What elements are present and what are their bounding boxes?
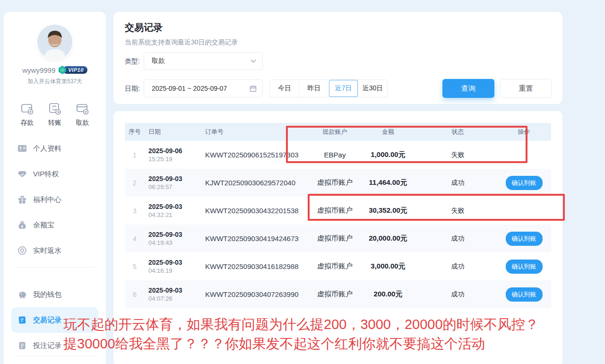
sidebar-item-rebate[interactable]: 实时返水 — [4, 238, 106, 263]
cell-date: 2025-09-0615:25:19 — [145, 147, 201, 163]
cell-status: 成功 — [419, 179, 497, 187]
range-7days-button[interactable]: 近7日 — [328, 80, 358, 97]
cell-withdraw-account: 虚拟币账户 — [312, 234, 357, 243]
sidebar-item-my-wallet[interactable]: 我的钱包 — [4, 282, 106, 307]
column-header: 提款账户 — [312, 128, 357, 136]
range-today-button[interactable]: 今日 — [270, 80, 299, 97]
cell-action: 确认到账 — [497, 232, 551, 246]
cell-date: 2025-09-0304:07:26 — [145, 286, 201, 302]
diamond-icon — [17, 169, 27, 179]
type-filter-label: 类型: — [125, 52, 140, 70]
type-select[interactable]: 取款 — [144, 52, 263, 70]
avatar[interactable] — [37, 25, 72, 60]
date-value: 2025-09-06 — [148, 147, 201, 155]
cell-withdraw-account: 虚拟币账户 — [312, 178, 357, 187]
confirm-received-button[interactable]: 确认到账 — [506, 232, 543, 246]
withdraw-icon — [76, 102, 90, 116]
withdraw-button[interactable]: 取款 — [76, 102, 90, 127]
moneybag-icon — [17, 220, 27, 230]
sidebar-item-profile[interactable]: 个人资料 — [4, 136, 106, 161]
sidebar-nav-main: 个人资料 VIP特权 福利中心 余额宝 — [4, 136, 106, 263]
cell-date: 2025-09-0304:19:43 — [145, 231, 201, 246]
deposit-button[interactable]: 存款 — [20, 102, 35, 127]
confirm-received-button[interactable]: 确认到账 — [506, 260, 543, 274]
confirm-received-button[interactable]: 确认到账 — [506, 287, 543, 302]
transfer-button[interactable]: 转账 — [48, 102, 62, 127]
cell-amount: 30,352.00元 — [357, 206, 419, 215]
table-row: 32025-09-0304:32:21KWWT20250903043220153… — [125, 197, 551, 225]
query-button[interactable]: 查询 — [442, 79, 494, 98]
cell-row-number: 4 — [125, 235, 145, 243]
date-value: 2025-09-03 — [148, 231, 201, 238]
type-select-value: 取款 — [152, 57, 250, 65]
sidebar-divider — [15, 267, 95, 268]
cell-action: 确认到账 — [497, 176, 551, 190]
wallet-icon — [17, 290, 27, 299]
quick-action-label: 取款 — [76, 119, 89, 127]
cell-amount: 1,000.00元 — [357, 150, 419, 159]
sidebar-item-label: VIP特权 — [33, 170, 59, 179]
cell-amount: 200.00元 — [357, 290, 419, 299]
cell-status: 失败 — [419, 207, 497, 215]
complaint-line-2: 提30000给我全黑了？？？你如果发不起这个红利你就不要搞这个活动 — [63, 334, 597, 354]
cell-row-number: 6 — [125, 291, 145, 298]
date-range-quick-buttons: 今日 昨日 近7日 近30日 — [269, 79, 388, 97]
sidebar-item-welfare[interactable]: 福利中心 — [4, 187, 106, 212]
quick-action-label: 存款 — [21, 119, 34, 127]
page-subtitle: 当前系统支持查询最近30日的交易记录 — [125, 38, 238, 47]
table-row: 62025-09-0304:07:26KWWT20250903040726399… — [125, 280, 551, 308]
sidebar-item-vip[interactable]: VIP特权 — [4, 161, 106, 187]
column-header: 金额 — [357, 128, 419, 136]
cell-order-number: KWWT202509030432201538 — [201, 207, 312, 215]
column-header: 操作 — [497, 128, 551, 136]
cell-order-number: KWWT202509030407263990 — [201, 290, 312, 298]
range-yesterday-button[interactable]: 昨日 — [299, 80, 328, 97]
cell-order-number: KJWT202509030629572040 — [201, 179, 312, 187]
cell-amount: 3,000.00元 — [357, 262, 419, 271]
sidebar-item-label: 个人资料 — [33, 144, 61, 153]
date-value: 2025-09-03 — [148, 259, 201, 266]
join-days-text: 加入开云体育第537天 — [4, 78, 106, 86]
table-body: 12025-09-0615:25:19KWWT20250906152519730… — [125, 141, 551, 308]
avatar-image — [37, 25, 72, 60]
sidebar-item-yuebao[interactable]: 余额宝 — [4, 212, 106, 238]
quick-action-label: 转账 — [48, 119, 61, 127]
cell-withdraw-account: 虚拟币账户 — [312, 290, 357, 299]
cell-order-number: KWWT202509030419424673 — [201, 234, 312, 243]
column-header: 订单号 — [201, 128, 312, 136]
transfer-icon — [48, 102, 62, 116]
gift-icon — [17, 195, 27, 204]
records-icon — [17, 315, 27, 325]
table-row: 12025-09-0615:25:19KWWT20250906152519730… — [125, 141, 551, 169]
rebate-icon — [17, 246, 27, 255]
cell-amount: 20,000.00元 — [357, 234, 419, 243]
date-range-value: 2025-09-01 ~ 2025-09-07 — [152, 85, 250, 92]
sidebar: wywy9999 VIP10 加入开云体育第537天 存款 — [4, 12, 106, 364]
date-range-input[interactable]: 2025-09-01 ~ 2025-09-07 — [144, 79, 263, 97]
cell-date: 2025-09-0304:16:19 — [145, 259, 201, 274]
time-value: 04:16:19 — [148, 267, 201, 274]
sidebar-item-label: 投注记录 — [33, 341, 61, 350]
cell-action: 确认到账 — [497, 287, 551, 302]
date-value: 2025-09-03 — [148, 175, 201, 182]
id-card-icon — [17, 144, 27, 153]
cell-status: 成功 — [419, 262, 497, 271]
sidebar-item-label: 交易记录 — [33, 316, 61, 325]
profile-section: wywy9999 VIP10 加入开云体育第537天 — [4, 25, 106, 86]
date-filter-label: 日期: — [125, 79, 140, 97]
table-row: 22025-09-0306:29:57KJWT20250903062957204… — [125, 169, 551, 197]
cell-row-number: 3 — [125, 207, 145, 215]
range-30days-button[interactable]: 近30日 — [358, 80, 387, 97]
time-value: 04:19:43 — [148, 239, 201, 246]
page-title: 交易记录 — [125, 21, 163, 34]
sidebar-item-label: 福利中心 — [33, 195, 61, 204]
confirm-received-button[interactable]: 确认到账 — [506, 176, 543, 190]
sidebar-item-label: 我的钱包 — [33, 290, 61, 299]
cell-date: 2025-09-0304:32:21 — [145, 203, 201, 218]
column-header: 日期 — [145, 128, 201, 136]
cell-amount: 11,464.00元 — [357, 178, 419, 187]
cell-withdraw-account: EBPay — [312, 151, 357, 159]
reset-button[interactable]: 重置 — [500, 79, 552, 98]
cell-order-number: KWWT202509061525197303 — [201, 151, 312, 159]
table-header: 序号 日期 订单号 提款账户 金额 状态 操作 — [125, 123, 551, 141]
